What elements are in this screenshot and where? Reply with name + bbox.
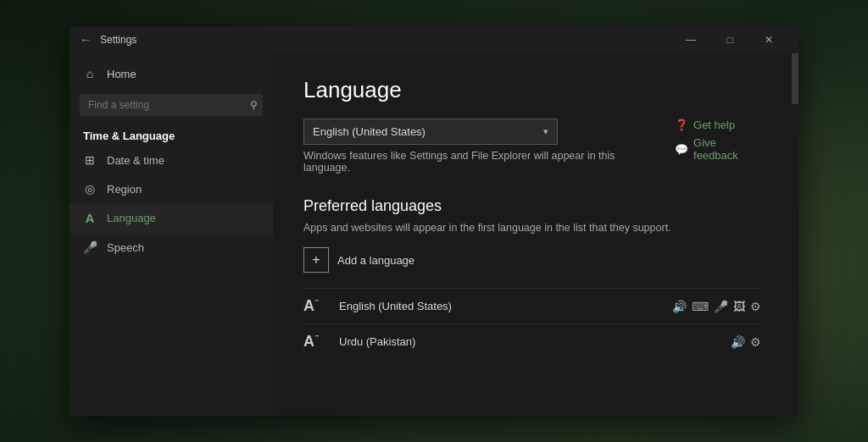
help-icon: ❓: [675, 119, 688, 131]
sidebar-item-region[interactable]: ◎ Region: [70, 174, 273, 203]
preferred-languages-title: Preferred languages: [303, 197, 761, 215]
speech-icon: 🎤: [83, 240, 97, 254]
sidebar-item-label: Date & time: [107, 154, 164, 167]
sidebar-item-label: Region: [107, 183, 142, 196]
give-feedback-link[interactable]: 💬 Give feedback: [675, 136, 761, 162]
window-controls: — □ ✕: [671, 26, 788, 53]
help-panel: ❓ Get help 💬 Give feedback: [675, 119, 761, 162]
sidebar-item-label: Language: [107, 212, 156, 224]
date-time-icon: ⊞: [83, 153, 97, 167]
dropdown-description: Windows features like Settings and File …: [303, 150, 632, 174]
get-help-link[interactable]: ❓ Get help: [675, 119, 761, 131]
window-content: ⌂ Home ⚲ Time & Language ⊞ Date & time ◎…: [70, 53, 798, 416]
sidebar-item-language[interactable]: A Language: [70, 203, 273, 233]
main-layout: Language English (United States) ▾ Windo…: [303, 77, 761, 359]
add-language-label: Add a language: [337, 254, 415, 267]
home-label: Home: [107, 68, 136, 80]
minimize-button[interactable]: —: [671, 26, 710, 53]
badge-display-english[interactable]: 🖼: [733, 300, 745, 313]
get-help-label: Get help: [693, 119, 735, 131]
search-container: ⚲: [80, 94, 263, 116]
language-icon-english: A⁻: [303, 297, 329, 315]
dropdown-value: English (United States): [313, 125, 426, 138]
language-item-urdu: A⁻ Urdu (Pakistan) 🔊 ⚙: [303, 323, 761, 359]
region-icon: ◎: [83, 182, 97, 196]
main-panel: Language English (United States) ▾ Windo…: [303, 77, 761, 359]
search-input[interactable]: [80, 94, 263, 116]
language-dropdown[interactable]: English (United States) ▾: [303, 119, 558, 145]
badge-settings-urdu[interactable]: ⚙: [750, 335, 761, 349]
sidebar: ⌂ Home ⚲ Time & Language ⊞ Date & time ◎…: [70, 53, 273, 416]
window-title: Settings: [100, 34, 671, 46]
maximize-button[interactable]: □: [710, 26, 749, 53]
sidebar-item-speech[interactable]: 🎤 Speech: [70, 233, 273, 262]
page-title: Language: [303, 77, 761, 103]
language-icon-urdu: A⁻: [303, 333, 329, 351]
sidebar-item-date-time[interactable]: ⊞ Date & time: [70, 146, 273, 174]
language-name-urdu: Urdu (Pakistan): [339, 335, 731, 348]
sidebar-section-title: Time & Language: [70, 123, 273, 146]
titlebar: ← Settings — □ ✕: [70, 26, 798, 53]
preferred-languages-desc: Apps and websites will appear in the fir…: [303, 222, 727, 234]
give-feedback-label: Give feedback: [693, 136, 761, 162]
back-button[interactable]: ←: [80, 33, 92, 47]
plus-icon: +: [303, 247, 329, 273]
chevron-down-icon: ▾: [543, 126, 548, 137]
language-item-english: A⁻ English (United States) 🔊 ⌨ 🎤 🖼 ⚙: [303, 288, 761, 323]
add-language-button[interactable]: + Add a language: [303, 247, 761, 273]
settings-window: ← Settings — □ ✕ ⌂ Home ⚲ Time & Languag…: [70, 26, 798, 416]
main-content-area: Language English (United States) ▾ Windo…: [273, 53, 792, 416]
badge-keyboard-english[interactable]: ⌨: [692, 300, 709, 313]
sidebar-item-label: Speech: [107, 241, 144, 254]
scrollbar-thumb[interactable]: [792, 53, 798, 104]
badge-speech-urdu[interactable]: 🔊: [731, 335, 745, 349]
sidebar-item-home[interactable]: ⌂ Home: [70, 60, 273, 87]
scrollbar-track[interactable]: [792, 53, 798, 416]
search-icon: ⚲: [250, 99, 258, 111]
language-icon: A: [83, 211, 97, 225]
feedback-icon: 💬: [675, 143, 688, 156]
language-badges-english: 🔊 ⌨ 🎤 🖼 ⚙: [672, 300, 761, 313]
language-badges-urdu: 🔊 ⚙: [731, 335, 761, 349]
badge-settings-english[interactable]: ⚙: [750, 300, 761, 313]
home-icon: ⌂: [83, 67, 97, 80]
language-name-english: English (United States): [339, 300, 672, 312]
badge-speech-english[interactable]: 🔊: [672, 300, 687, 313]
close-button[interactable]: ✕: [749, 26, 788, 53]
badge-mic-english[interactable]: 🎤: [714, 300, 728, 313]
